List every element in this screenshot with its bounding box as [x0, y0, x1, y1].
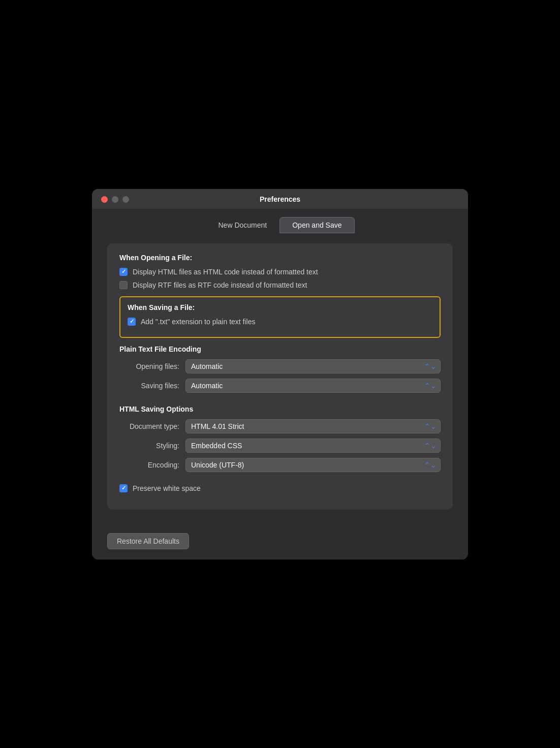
document-type-wrapper: HTML 4.01 Strict HTML 5 XHTML 1.0 Strict… [185, 419, 441, 433]
checkbox-html-as-code[interactable] [119, 268, 128, 276]
encoding-row: Encoding: Unicode (UTF-8) Western (ISO L… [119, 458, 441, 472]
checkbox-txt-label: Add ".txt" extension to plain text files [141, 318, 256, 326]
saving-files-wrapper: Automatic Unicode (UTF-8) Western (ISO L… [185, 379, 441, 393]
styling-label: Styling: [119, 442, 185, 450]
html-saving-header: HTML Saving Options [119, 405, 441, 413]
encoding-wrapper: Unicode (UTF-8) Western (ISO Latin 1) ⌃⌄ [185, 458, 441, 472]
when-opening-section: When Opening a File: Display HTML files … [119, 254, 441, 289]
inner-panel: When Opening a File: Display HTML files … [107, 243, 453, 510]
when-saving-header: When Saving a File: [128, 303, 432, 311]
tabs-row: New Document Open and Save [92, 209, 468, 233]
checkbox-whitespace-label: Preserve white space [133, 484, 201, 492]
styling-wrapper: Embedded CSS Inline CSS No CSS ⌃⌄ [185, 439, 441, 453]
styling-row: Styling: Embedded CSS Inline CSS No CSS … [119, 439, 441, 453]
when-saving-section: When Saving a File: Add ".txt" extension… [119, 296, 441, 338]
tab-open-and-save[interactable]: Open and Save [279, 217, 354, 233]
bottom-bar: Restore All Defaults [92, 525, 468, 559]
minimize-button[interactable] [112, 196, 118, 203]
content-area: When Opening a File: Display HTML files … [92, 233, 468, 525]
document-type-row: Document type: HTML 4.01 Strict HTML 5 X… [119, 419, 441, 433]
close-button[interactable] [101, 196, 108, 203]
document-type-select[interactable]: HTML 4.01 Strict HTML 5 XHTML 1.0 Strict [185, 419, 441, 433]
preferences-window: Preferences New Document Open and Save W… [92, 189, 468, 559]
saving-files-row: Saving files: Automatic Unicode (UTF-8) … [119, 379, 441, 393]
tab-new-document[interactable]: New Document [206, 217, 280, 233]
encoding-select[interactable]: Unicode (UTF-8) Western (ISO Latin 1) [185, 458, 441, 472]
saving-files-label: Saving files: [119, 382, 185, 390]
checkbox-row-html: Display HTML files as HTML code instead … [119, 268, 441, 276]
titlebar: Preferences [92, 189, 468, 209]
opening-files-wrapper: Automatic Unicode (UTF-8) Western (ISO L… [185, 359, 441, 373]
opening-files-row: Opening files: Automatic Unicode (UTF-8)… [119, 359, 441, 373]
styling-select[interactable]: Embedded CSS Inline CSS No CSS [185, 439, 441, 453]
document-type-label: Document type: [119, 422, 185, 430]
checkbox-preserve-whitespace[interactable] [119, 484, 128, 492]
checkbox-rtf-label: Display RTF files as RTF code instead of… [133, 281, 307, 289]
encoding-label: Encoding: [119, 461, 185, 469]
maximize-button[interactable] [122, 196, 129, 203]
checkbox-html-label: Display HTML files as HTML code instead … [133, 268, 318, 276]
checkbox-row-txt: Add ".txt" extension to plain text files [128, 318, 432, 326]
plain-text-encoding-header: Plain Text File Encoding [119, 345, 441, 353]
opening-files-label: Opening files: [119, 362, 185, 370]
checkbox-rtf-as-code[interactable] [119, 281, 128, 289]
checkbox-row-rtf: Display RTF files as RTF code instead of… [119, 281, 441, 289]
saving-files-select[interactable]: Automatic Unicode (UTF-8) Western (ISO L… [185, 379, 441, 393]
when-opening-header: When Opening a File: [119, 254, 441, 262]
traffic-lights [101, 196, 129, 203]
window-title: Preferences [260, 195, 300, 203]
opening-files-select[interactable]: Automatic Unicode (UTF-8) Western (ISO L… [185, 359, 441, 373]
checkbox-row-whitespace: Preserve white space [119, 484, 441, 492]
checkbox-add-txt[interactable] [128, 318, 136, 326]
html-saving-section: HTML Saving Options Document type: HTML … [119, 405, 441, 492]
plain-text-encoding-section: Plain Text File Encoding Opening files: … [119, 345, 441, 393]
restore-defaults-button[interactable]: Restore All Defaults [107, 533, 189, 549]
